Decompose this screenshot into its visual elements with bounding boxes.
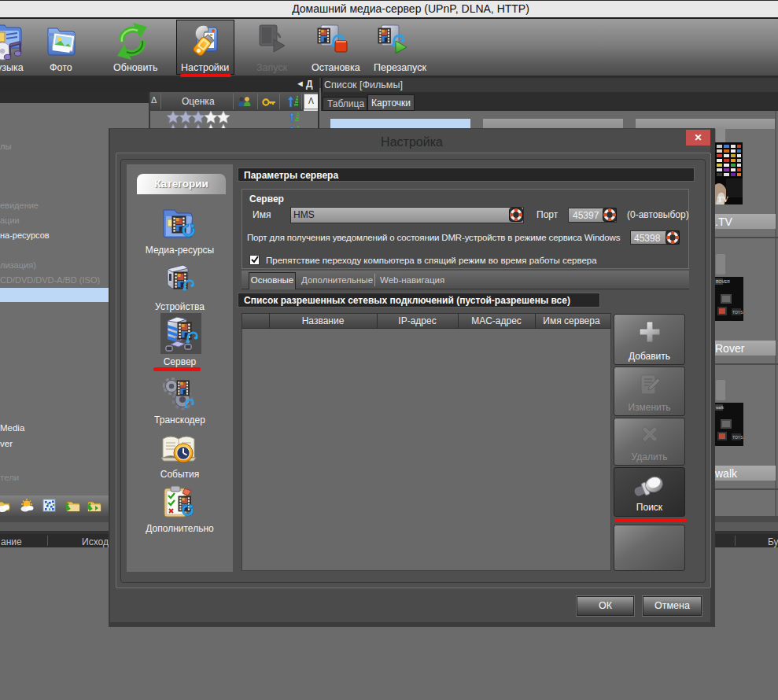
svg-text:TOYS: TOYS <box>732 435 743 440</box>
svg-text:TOYS: TOYS <box>732 310 743 315</box>
svg-text:walk: walk <box>716 405 725 410</box>
svg-text:ROVER: ROVER <box>716 279 730 284</box>
svg-text:TV: TV <box>717 195 729 204</box>
